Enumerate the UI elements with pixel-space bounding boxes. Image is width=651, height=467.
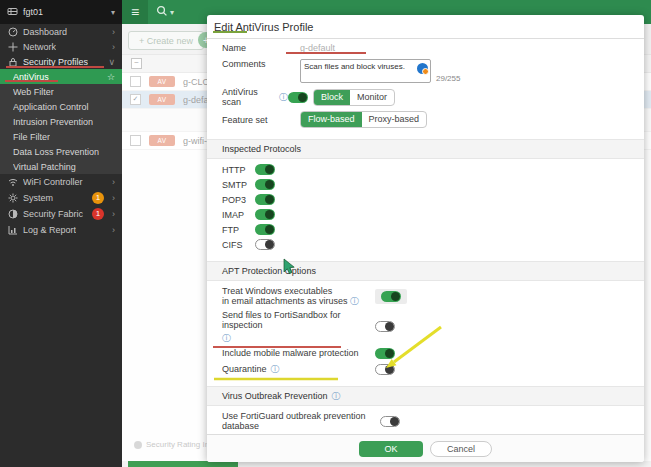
- create-new-button[interactable]: + Create new: [128, 31, 204, 50]
- char-counter: 29/255: [436, 74, 460, 83]
- fortiguard-outbreak-row: Use FortiGuard outbreak prevention datab…: [207, 409, 644, 433]
- treat-executables-row: Treat Windows executables in email attac…: [207, 284, 644, 308]
- antivirus-scan-toggle[interactable]: [288, 92, 308, 103]
- sidebar-item-intrusion-prevention[interactable]: Intrusion Prevention: [0, 114, 122, 129]
- lock-icon: [7, 57, 18, 67]
- dialog-title: Edit AntiVirus Profile: [207, 15, 644, 39]
- sidebar-item-label: Security Profiles: [23, 57, 88, 67]
- sidebar-item-label: File Filter: [13, 132, 50, 142]
- dialog-body: Name g-default Comments Scan files and b…: [207, 39, 644, 435]
- info-icon[interactable]: ⓘ: [350, 296, 359, 306]
- fortiguard-outbreak-toggle[interactable]: [380, 416, 400, 427]
- gear-icon: [7, 193, 18, 203]
- protocol-row-pop3: POP3: [207, 192, 644, 207]
- sidebar-item-label: Log & Report: [23, 225, 76, 235]
- chevron-right-icon: ›: [112, 27, 115, 37]
- pop3-toggle[interactable]: [255, 194, 275, 205]
- label-text: AntiVirus scan: [222, 87, 275, 107]
- grammar-extension-icon[interactable]: [417, 63, 428, 74]
- sidebar-item-label: Data Loss Prevention: [13, 147, 99, 157]
- device-selector[interactable]: fgt01 ▾: [0, 0, 122, 24]
- protocol-row-ftp: FTP: [207, 222, 644, 237]
- sidebar-item-label: Intrusion Prevention: [13, 117, 93, 127]
- comments-row: Comments Scan files and block viruses. 2…: [207, 57, 644, 85]
- sidebar-item-dashboard[interactable]: Dashboard ›: [0, 24, 122, 39]
- sidebar-item-security-profiles[interactable]: Security Profiles ∨: [0, 54, 122, 69]
- fortisandbox-toggle[interactable]: [375, 321, 395, 332]
- quarantine-toggle[interactable]: [375, 364, 395, 375]
- security-rating-link[interactable]: Security Rating Insi: [134, 440, 215, 449]
- protocol-row-imap: IMAP: [207, 207, 644, 222]
- comments-input[interactable]: Scan files and block viruses.: [300, 59, 431, 83]
- block-option[interactable]: Block: [314, 90, 350, 105]
- security-rating-icon: [134, 441, 142, 449]
- fabric-badge: 1: [92, 208, 104, 220]
- fortisandbox-row: Send files to FortiSandbox for inspectio…: [207, 308, 644, 345]
- flow-based-option[interactable]: Flow-based: [301, 112, 362, 127]
- fabric-icon: [7, 209, 18, 219]
- label-text: in email attachments as viruses: [222, 296, 348, 306]
- imap-toggle[interactable]: [255, 209, 275, 220]
- protocol-label: IMAP: [222, 210, 248, 220]
- sidebar-item-data-loss-prevention[interactable]: Data Loss Prevention: [0, 144, 122, 159]
- sidebar-item-security-fabric[interactable]: Security Fabric 1 ›: [0, 206, 122, 222]
- protocol-row-cifs: CIFS: [207, 237, 644, 252]
- av-badge: AV: [149, 76, 175, 87]
- caret-down-icon[interactable]: ▾: [111, 8, 115, 17]
- search-control[interactable]: ▾: [156, 3, 174, 21]
- cifs-toggle[interactable]: [255, 239, 275, 250]
- row-checkbox-checked[interactable]: ✓: [130, 94, 141, 105]
- sidebar-item-log-report[interactable]: Log & Report ›: [0, 222, 122, 238]
- device-name: fgt01: [23, 7, 43, 17]
- name-label: Name: [222, 43, 300, 53]
- protocol-label: POP3: [222, 195, 248, 205]
- sidebar-item-virtual-patching[interactable]: Virtual Patching: [0, 159, 122, 174]
- row-checkbox[interactable]: [130, 135, 141, 146]
- sidebar-item-wifi-controller[interactable]: WiFi Controller ›: [0, 174, 122, 190]
- mobile-malware-toggle[interactable]: [375, 348, 395, 359]
- network-icon: [7, 42, 18, 52]
- protocol-row-smtp: SMTP: [207, 177, 644, 192]
- info-icon[interactable]: ⓘ: [222, 334, 231, 343]
- caret-down-icon: ▾: [170, 8, 174, 17]
- info-icon[interactable]: ⓘ: [271, 365, 280, 374]
- sidebar-item-web-filter[interactable]: Web Filter: [0, 84, 122, 99]
- treat-executables-toggle[interactable]: [381, 291, 401, 302]
- device-icon: [7, 6, 18, 19]
- info-icon[interactable]: ⓘ: [331, 392, 340, 401]
- sidebar: fgt01 ▾ Dashboard › Network › Security P…: [0, 0, 122, 467]
- cancel-button[interactable]: Cancel: [430, 441, 492, 457]
- sidebar-item-system[interactable]: System 1 ›: [0, 190, 122, 206]
- search-icon: [156, 3, 168, 21]
- comments-text: Scan files and block viruses.: [304, 62, 405, 71]
- security-rating-label: Security Rating Insi: [146, 440, 215, 449]
- sidebar-item-network[interactable]: Network ›: [0, 39, 122, 54]
- av-badge: AV: [149, 94, 175, 105]
- feature-set-label: Feature set: [222, 115, 300, 125]
- chevron-right-icon: ›: [112, 225, 115, 235]
- ftp-toggle[interactable]: [255, 224, 275, 235]
- monitor-option[interactable]: Monitor: [350, 90, 394, 105]
- chevron-down-icon: ∨: [108, 57, 115, 67]
- smtp-toggle[interactable]: [255, 179, 275, 190]
- protocol-label: HTTP: [222, 165, 248, 175]
- favorite-star-icon[interactable]: ☆: [107, 72, 115, 82]
- sidebar-item-file-filter[interactable]: File Filter: [0, 129, 122, 144]
- name-input[interactable]: g-default: [300, 43, 335, 53]
- http-toggle[interactable]: [255, 164, 275, 175]
- ok-button[interactable]: OK: [359, 441, 423, 457]
- collapse-all-icon[interactable]: −: [131, 58, 142, 69]
- sidebar-item-label: WiFi Controller: [23, 177, 83, 187]
- toggle-highlight: [375, 289, 407, 304]
- mobile-malware-label: Include mobile malware protection: [222, 348, 375, 358]
- sidebar-item-antivirus[interactable]: AntiVirus ☆: [0, 69, 122, 84]
- row-checkbox[interactable]: [130, 76, 141, 87]
- menu-icon[interactable]: ≡: [122, 0, 148, 24]
- proxy-based-option[interactable]: Proxy-based: [362, 112, 427, 127]
- label-text: Quarantine: [222, 364, 267, 374]
- sidebar-item-application-control[interactable]: Application Control: [0, 99, 122, 114]
- chevron-right-icon: ›: [112, 193, 115, 203]
- chevron-right-icon: ›: [112, 177, 115, 187]
- treat-executables-label: Treat Windows executables in email attac…: [222, 286, 375, 306]
- info-icon[interactable]: ⓘ: [279, 93, 288, 102]
